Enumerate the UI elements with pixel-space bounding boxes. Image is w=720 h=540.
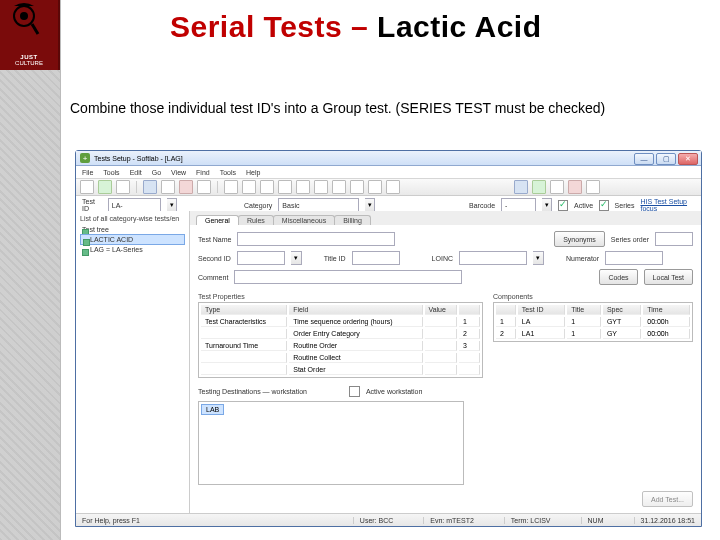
testid-field[interactable]: LA- <box>108 198 161 212</box>
tabstrip: General Rules Miscellaneous Billing <box>190 211 701 226</box>
toolbar-icon[interactable] <box>368 180 382 194</box>
active-label: Active <box>574 202 593 209</box>
codes-button[interactable]: Codes <box>599 269 637 285</box>
series-label: Series <box>615 202 635 209</box>
window-titlebar[interactable]: + Tests Setup - Softlab - [LAG] — ▢ ✕ <box>76 151 701 166</box>
tab-rules[interactable]: Rules <box>238 215 274 225</box>
status-term: Term: LCISV <box>504 517 551 524</box>
active-checkbox[interactable] <box>558 200 568 211</box>
toolbar-icon[interactable] <box>116 180 130 194</box>
tree-item[interactable]: LAG = LA-Series <box>80 245 185 254</box>
slide-title: Serial Tests – Lactic Acid <box>170 10 542 44</box>
loinc-field[interactable] <box>459 251 527 265</box>
toolbar-icon[interactable] <box>296 180 310 194</box>
series-checkbox[interactable] <box>599 200 609 211</box>
comment-label: Comment <box>198 274 228 281</box>
his-setup-link[interactable]: HIS Test Setup focus <box>640 198 695 212</box>
toolbar <box>76 179 701 196</box>
menu-tools2[interactable]: Tools <box>220 169 236 176</box>
status-env: Evn: mTEST2 <box>423 517 474 524</box>
list-item[interactable]: LAB <box>201 404 224 415</box>
components-table[interactable]: Test IDTitleSpecTime 1LA1GYT00:00h 2LA11… <box>493 302 693 342</box>
toolbar-icon[interactable] <box>224 180 238 194</box>
window-minimize-button[interactable]: — <box>634 153 654 165</box>
status-num: NUM <box>581 517 604 524</box>
secondid-label: Second ID <box>198 255 231 262</box>
testid-dropdown[interactable]: ▾ <box>167 198 177 212</box>
toolbar-icon[interactable] <box>550 180 564 194</box>
menu-help[interactable]: Help <box>246 169 260 176</box>
menubar: File Tools Edit Go View Find Tools Help <box>76 166 701 179</box>
brand-logo: JUST CULTURE <box>0 0 60 70</box>
table-row: Order Entry Category2 <box>201 329 480 339</box>
comment-field[interactable] <box>234 270 462 284</box>
testing-caption: Testing Destinations — workstation <box>198 388 307 395</box>
table-row: 2LA11GY00:00h <box>496 329 690 339</box>
toolbar-icon[interactable] <box>179 180 193 194</box>
app-window: + Tests Setup - Softlab - [LAG] — ▢ ✕ Fi… <box>75 150 702 527</box>
window-title: Tests Setup - Softlab - [LAG] <box>94 155 183 162</box>
loinc-dropdown[interactable]: ▾ <box>533 251 544 265</box>
localtest-button[interactable]: Local Test <box>644 269 693 285</box>
toolbar-icon[interactable] <box>332 180 346 194</box>
testname-label: Test Name <box>198 236 231 243</box>
toolbar-icon[interactable] <box>197 180 211 194</box>
barcode-label: Barcode <box>469 202 495 209</box>
toolbar-icon[interactable] <box>350 180 364 194</box>
menu-tools[interactable]: Tools <box>103 169 119 176</box>
numerator-label: Numerator <box>566 255 599 262</box>
svg-point-1 <box>20 12 28 20</box>
barcode-field[interactable]: - <box>501 198 536 212</box>
menu-edit[interactable]: Edit <box>130 169 142 176</box>
toolbar-icon[interactable] <box>161 180 175 194</box>
toolbar-icon[interactable] <box>386 180 400 194</box>
tab-billing[interactable]: Billing <box>334 215 371 225</box>
table-row: Test CharacteristicsTime sequence orderi… <box>201 317 480 327</box>
menu-go[interactable]: Go <box>152 169 161 176</box>
category-dropdown[interactable]: ▾ <box>365 198 375 212</box>
status-user: User: BCC <box>353 517 393 524</box>
toolbar-icon[interactable] <box>514 180 528 194</box>
tree-header: List of all category-wise tests/en <box>80 215 185 222</box>
toolbar-icon[interactable] <box>532 180 546 194</box>
category-label: Category <box>244 202 272 209</box>
tree-root[interactable]: Test tree <box>80 225 185 234</box>
statusbar: For Help, press F1 User: BCC Evn: mTEST2… <box>76 513 701 526</box>
toolbar-icon[interactable] <box>143 180 157 194</box>
window-close-button[interactable]: ✕ <box>678 153 698 165</box>
menu-view[interactable]: View <box>171 169 186 176</box>
series-order-field[interactable] <box>655 232 693 246</box>
tree-item-selected[interactable]: LACTIC ACID <box>80 234 185 245</box>
add-test-button[interactable]: Add Test... <box>642 491 693 507</box>
table-row: Routine Collect <box>201 353 480 363</box>
barcode-dropdown[interactable]: ▾ <box>542 198 552 212</box>
active-ws-checkbox[interactable] <box>349 386 360 397</box>
toolbar-icon[interactable] <box>568 180 582 194</box>
toolbar-icon[interactable] <box>98 180 112 194</box>
tab-misc[interactable]: Miscellaneous <box>273 215 335 225</box>
titleid-field[interactable] <box>352 251 400 265</box>
menu-file[interactable]: File <box>82 169 93 176</box>
toolbar-icon[interactable] <box>586 180 600 194</box>
category-field[interactable]: Basic <box>278 198 359 212</box>
toolbar-icon[interactable] <box>314 180 328 194</box>
components-caption: Components <box>493 293 693 300</box>
secondid-field[interactable] <box>237 251 285 265</box>
slide-subtitle: Combine those individual test ID's into … <box>70 100 605 116</box>
window-maximize-button[interactable]: ▢ <box>656 153 676 165</box>
series-order-label: Series order <box>611 236 649 243</box>
secondid-dropdown[interactable]: ▾ <box>291 251 302 265</box>
numerator-field[interactable] <box>605 251 663 265</box>
test-tree-panel: List of all category-wise tests/en Test … <box>76 211 190 514</box>
toolbar-icon[interactable] <box>278 180 292 194</box>
workstation-listbox[interactable]: LAB <box>198 401 464 485</box>
toolbar-icon[interactable] <box>260 180 274 194</box>
toolbar-icon[interactable] <box>242 180 256 194</box>
app-icon: + <box>80 153 90 163</box>
synonyms-button[interactable]: Synonyms <box>554 231 605 247</box>
testname-field[interactable] <box>237 232 395 246</box>
props-table[interactable]: TypeFieldValue Test CharacteristicsTime … <box>198 302 483 378</box>
toolbar-icon[interactable] <box>80 180 94 194</box>
menu-find[interactable]: Find <box>196 169 210 176</box>
tab-general[interactable]: General <box>196 215 239 225</box>
